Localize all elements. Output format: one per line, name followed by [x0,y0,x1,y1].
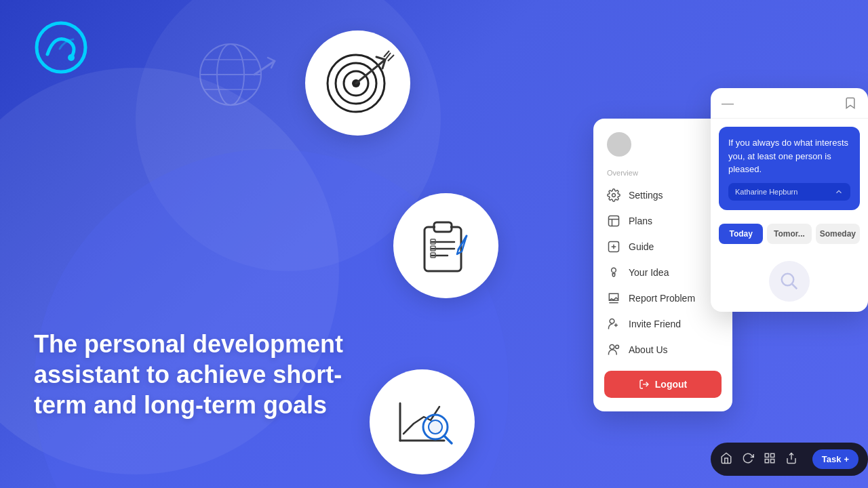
report-icon [607,291,620,305]
minimize-icon[interactable]: — [722,97,734,109]
chat-search-area [711,251,868,312]
home-icon[interactable] [720,452,732,467]
svg-rect-33 [609,216,619,226]
svg-rect-43 [771,453,774,457]
svg-rect-42 [765,453,768,457]
logout-button[interactable]: Logout [604,371,722,398]
your-idea-label: Your Idea [629,267,669,278]
about-us-label: About Us [629,344,668,355]
plans-icon [607,214,620,228]
settings-icon [607,188,620,202]
svg-line-41 [792,283,797,289]
idea-icon [607,266,620,279]
headline: The personal development assistant to ac… [34,329,353,420]
chat-header: — [711,88,868,119]
search-magnifier-icon [769,261,810,302]
svg-point-30 [429,420,442,434]
chevron-up-icon[interactable] [834,187,844,197]
sidebar-item-about-us[interactable]: About Us [593,337,732,363]
target-icon-circle [305,30,410,136]
svg-point-32 [612,194,616,197]
svg-point-36 [610,319,614,324]
invite-icon [607,317,620,331]
search-icon [779,271,800,291]
settings-label: Settings [629,190,663,201]
chart-icon-circle [370,369,475,474]
quote-author-bar: Katharine Hepburn [728,183,850,201]
svg-point-35 [612,268,616,272]
task-button[interactable]: Task + [812,449,859,469]
sidebar-item-invite-friend[interactable]: Invite Friend [593,311,732,337]
about-icon [607,343,620,357]
tab-someday[interactable]: Someday [816,224,860,244]
grid-icon[interactable] [764,452,776,467]
svg-rect-18 [435,224,450,230]
logout-label: Logout [655,379,687,390]
share-icon[interactable] [785,452,797,467]
svg-rect-44 [765,459,768,462]
quote-author: Katharine Hepburn [735,188,797,196]
chat-quote: If you always do what interests you, at … [719,127,860,210]
tab-tomorrow[interactable]: Tomor... [767,224,811,244]
sidebar-avatar [607,132,631,157]
toolbar-icons [720,452,797,467]
task-plus: + [844,454,849,464]
svg-point-40 [782,273,794,285]
svg-point-37 [610,345,614,350]
chat-bookmark-icon[interactable] [844,96,857,110]
app-logo[interactable] [34,20,88,75]
chat-panel: — If you always do what interests you, a… [711,88,868,312]
svg-line-31 [444,436,452,443]
bottom-toolbar: Task + [711,443,868,476]
logout-icon [639,379,650,390]
guide-label: Guide [629,241,654,252]
svg-rect-45 [771,459,774,462]
report-problem-label: Report Problem [629,293,695,304]
chat-tabs: Today Tomor... Someday [711,218,868,251]
guide-icon [607,240,620,253]
svg-point-38 [616,345,619,348]
clipboard-icon-circle [393,193,498,298]
deco-globe [197,41,278,108]
plans-label: Plans [629,216,652,226]
invite-friend-label: Invite Friend [629,319,681,329]
tab-today[interactable]: Today [719,224,763,244]
task-label: Task [822,454,842,464]
refresh-icon[interactable] [742,452,754,467]
svg-point-1 [68,54,75,61]
quote-text: If you always do what interests you, at … [728,136,850,176]
